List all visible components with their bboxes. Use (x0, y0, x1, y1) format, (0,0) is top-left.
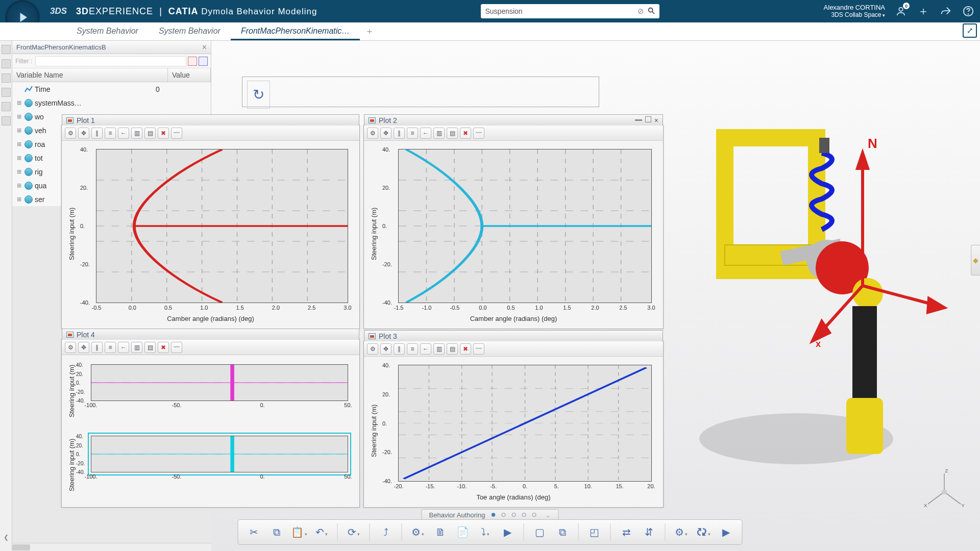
strip-tool-6[interactable] (2, 116, 11, 126)
stop-button[interactable]: ▢ (531, 523, 549, 541)
strip-tool-4[interactable] (2, 88, 11, 97)
tb-config[interactable]: ⚙ (367, 128, 378, 139)
tb-fit[interactable]: ✥ (78, 342, 89, 353)
plot1-area[interactable]: -0.50.00.51.01.52.02.53.040.20.0.-20.-40… (96, 149, 348, 303)
strip-tool-3[interactable] (2, 73, 11, 83)
tree-twisty[interactable]: ⊞ (15, 155, 22, 161)
strip-tool-1[interactable] (2, 45, 11, 54)
plots-max-icon[interactable] (645, 116, 651, 122)
tb-vbar[interactable]: ∥ (394, 128, 405, 139)
tb-del[interactable]: ✖ (460, 343, 471, 355)
tb-g1[interactable]: ▥ (433, 343, 445, 355)
tb-hbar[interactable]: ≡ (105, 342, 116, 353)
plots-close-icon[interactable]: × (654, 116, 658, 124)
tree-row[interactable]: Time0 (12, 82, 211, 96)
tree-twisty[interactable]: ⊞ (15, 182, 22, 189)
plot-window-3[interactable]: Plot 3 ⚙✥∥≡←▥▤✖〰 Steering input (m) -20.… (363, 341, 664, 508)
right-flyout-handle[interactable]: ◆ (971, 245, 980, 276)
tree-row[interactable]: ⊞systemMass… (12, 96, 211, 110)
tb-wave[interactable]: 〰 (473, 343, 484, 355)
tab-front-macpherson[interactable]: FrontMacPhersonKinematic… (231, 22, 360, 40)
search-input[interactable] (485, 7, 638, 15)
panel-close-button[interactable]: × (202, 43, 207, 52)
plot1-titlebar[interactable]: Plot 1 (62, 114, 359, 126)
tree-twisty[interactable]: ⊞ (15, 141, 22, 147)
clear-search-icon[interactable]: ⊘ (638, 7, 644, 16)
report-button[interactable]: 📄 (454, 523, 472, 541)
tb-g2[interactable]: ▤ (447, 343, 458, 355)
tree-twisty[interactable]: ⊞ (15, 196, 22, 203)
tb-vbar[interactable]: ∥ (91, 128, 103, 139)
plot-window-4[interactable]: Plot 4 ⚙✥∥≡←▥▤✖〰 Steering input (m) Stee… (61, 339, 360, 508)
paste-button[interactable]: 📋 (290, 523, 308, 541)
undo-button[interactable]: ↶ (313, 523, 330, 541)
filter-clear-button[interactable] (188, 57, 197, 66)
fullscreen-button[interactable]: ⤢ (963, 23, 977, 38)
tree-twisty[interactable]: ⊞ (15, 113, 22, 120)
plot3-area[interactable]: -20.-15.-10.-5.0.5.10.15.20.40.20.0.-20.… (398, 365, 652, 482)
filter-toggle-button[interactable] (199, 57, 208, 66)
search-box[interactable]: ⊘ (481, 4, 659, 18)
view-cube[interactable]: Z Y X (924, 469, 965, 510)
plot2-area[interactable]: -1.5-1.0-0.50.00.51.01.52.02.53.040.20.0… (398, 149, 652, 303)
link-button[interactable]: ⇄ (618, 523, 635, 541)
pill-dot-2[interactable] (501, 513, 505, 517)
tb-hbar[interactable]: ≡ (407, 343, 418, 355)
plot4-sub-b[interactable]: 40.20.0.-20.-40. (91, 436, 348, 472)
diagram-block-icon[interactable]: ↻ (247, 81, 270, 109)
tb-g2[interactable]: ▤ (144, 342, 156, 353)
next-button[interactable]: ▶ (718, 523, 735, 541)
behavior-authoring-pill[interactable]: Behavior Authoring ⌄ (422, 509, 559, 520)
tb-back[interactable]: ← (118, 128, 129, 139)
plots-min-icon[interactable] (635, 119, 642, 121)
user-meta[interactable]: Alexandre CORTINA 3DS Collab Space (824, 4, 885, 19)
strip-tool-5[interactable] (2, 102, 11, 111)
tb-back[interactable]: ← (420, 343, 431, 355)
share-icon[interactable] (939, 5, 952, 18)
tb-hbar[interactable]: ≡ (105, 128, 116, 139)
cut-button[interactable]: ✂ (246, 523, 263, 541)
tb-wave[interactable]: 〰 (171, 342, 182, 353)
tree-twisty[interactable]: ⊞ (15, 99, 22, 106)
tb-config[interactable]: ⚙ (367, 343, 378, 355)
strip-expander[interactable]: ❮ (4, 534, 9, 541)
sim-config-button[interactable]: ⚙ (409, 523, 427, 541)
tb-fit[interactable]: ✥ (380, 343, 391, 355)
profile-icon[interactable]: 0 (894, 5, 908, 18)
play-button[interactable]: ▶ (499, 523, 517, 541)
link2-button[interactable]: ⇵ (641, 523, 658, 541)
tb-back[interactable]: ← (118, 342, 129, 353)
plot-window-2[interactable]: Plot 2 × ⚙✥∥≡←▥▤✖〰 Steering input (m) -1… (363, 125, 664, 329)
tb-vbar[interactable]: ∥ (394, 343, 405, 355)
pill-dot-3[interactable] (511, 513, 516, 517)
pill-dot-4[interactable] (522, 513, 526, 517)
tree-twisty[interactable]: ⊞ (15, 127, 22, 134)
tab-system-behavior-2[interactable]: System Behavior (149, 22, 231, 40)
import-button[interactable]: ⤵ (477, 523, 494, 541)
tb-g2[interactable]: ▤ (144, 128, 156, 139)
add-icon[interactable]: ＋ (917, 5, 930, 18)
strip-tool-2[interactable] (2, 59, 11, 68)
export-button[interactable]: ⤴ (377, 523, 395, 541)
tb-fit[interactable]: ✥ (78, 128, 89, 139)
tb-del[interactable]: ✖ (158, 342, 169, 353)
tb-config[interactable]: ⚙ (65, 128, 76, 139)
tb-g2[interactable]: ▤ (447, 128, 458, 139)
tb-g1[interactable]: ▥ (131, 342, 142, 353)
tb-wave[interactable]: 〰 (171, 128, 182, 139)
tb-del[interactable]: ✖ (158, 128, 169, 139)
tb-g1[interactable]: ▥ (131, 128, 142, 139)
tb-vbar[interactable]: ∥ (91, 342, 103, 353)
tb-fit[interactable]: ✥ (380, 128, 391, 139)
plot4-sub-a[interactable]: 40.20.0.-20.-40. (91, 364, 348, 401)
pill-dot-5[interactable] (532, 513, 536, 517)
pill-dot-1[interactable] (491, 513, 495, 517)
col-variable-name[interactable]: Variable Name (12, 68, 168, 82)
gear-button[interactable]: ⚙ (673, 523, 690, 541)
add-tab-button[interactable]: ＋ (360, 21, 379, 40)
pill-expand-icon[interactable]: ⌄ (545, 511, 551, 519)
layout-button[interactable]: ⧉ (554, 523, 571, 541)
tree-twisty[interactable]: ⊞ (15, 168, 22, 175)
plot4-titlebar[interactable]: Plot 4 (62, 329, 359, 340)
sync-button[interactable]: 🗘 (695, 523, 713, 541)
